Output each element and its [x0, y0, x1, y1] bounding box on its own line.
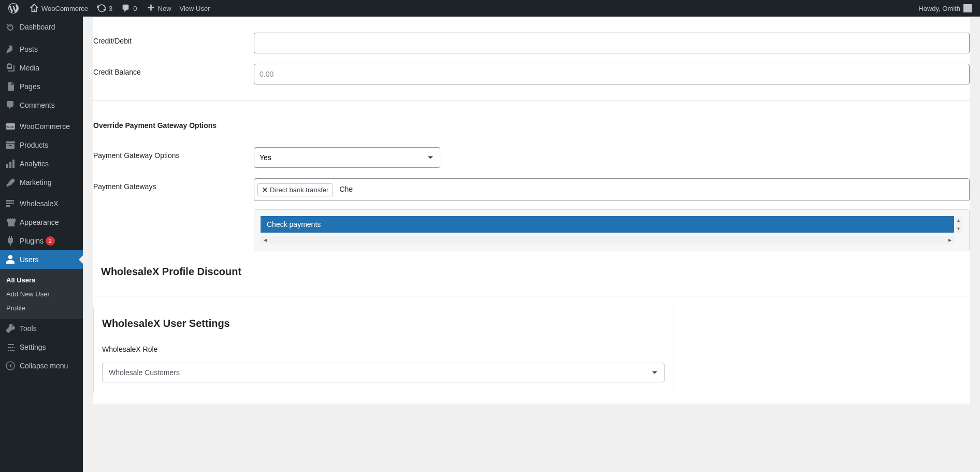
divider: [93, 296, 970, 296]
sidebar-item-media[interactable]: Media: [0, 59, 83, 77]
wrench-icon: [5, 323, 16, 334]
sidebar-item-marketing[interactable]: Marketing: [0, 173, 83, 192]
woocommerce-icon: woo: [5, 121, 16, 132]
wholesalex-icon: [5, 198, 16, 209]
sidebar-item-analytics[interactable]: Analytics: [0, 154, 83, 173]
home-icon: [29, 3, 39, 13]
sidebar-item-wholesalex[interactable]: WholesaleX: [0, 194, 83, 213]
avatar: [963, 4, 972, 12]
horizontal-scrollbar[interactable]: ◀ ▶: [261, 236, 954, 245]
updates[interactable]: 3: [92, 0, 117, 17]
comments-icon: [5, 100, 16, 110]
wholesalex-label: WholesaleX: [20, 199, 59, 208]
divider: [93, 17, 970, 17]
credit-balance-label: Credit Balance: [93, 64, 254, 76]
role-label: WholesaleX Role: [102, 345, 665, 353]
sidebar-item-tools[interactable]: Tools: [0, 319, 83, 338]
chart-icon: [5, 159, 16, 169]
submenu-add-new-user[interactable]: Add New User: [0, 287, 83, 301]
woocommerce-label: WooCommerce: [20, 122, 70, 131]
scroll-right-arrow[interactable]: ▶: [945, 236, 954, 245]
payment-gateways-multiselect[interactable]: ✕ Direct bank transfer Che: [254, 178, 970, 201]
collapse-icon: [5, 361, 16, 371]
view-user[interactable]: View User: [176, 0, 214, 17]
scroll-up-arrow[interactable]: ▲: [954, 216, 963, 225]
page-icon: [5, 81, 16, 92]
pages-label: Pages: [20, 82, 40, 91]
media-label: Media: [20, 64, 39, 72]
sidebar-item-appearance[interactable]: Appearance: [0, 213, 83, 232]
collapse-menu[interactable]: Collapse menu: [0, 356, 83, 375]
admin-bar-left: WooCommerce 3 0 New View User: [4, 0, 214, 17]
archive-icon: [5, 140, 16, 150]
payment-options-row: Payment Gateway Options Yes: [93, 142, 970, 173]
analytics-label: Analytics: [20, 160, 49, 168]
dashboard-label: Dashboard: [20, 23, 55, 31]
site-name[interactable]: WooCommerce: [25, 0, 92, 17]
pin-icon: [5, 44, 16, 54]
comments-label: Comments: [20, 101, 55, 109]
comments[interactable]: 0: [117, 0, 141, 17]
admin-sidebar: Dashboard Posts Media Pages Comments woo…: [0, 17, 83, 424]
sidebar-item-plugins[interactable]: Plugins 2: [0, 232, 83, 250]
dashboard-icon: [5, 22, 16, 32]
plus-icon: [146, 3, 156, 13]
megaphone-icon: [5, 177, 16, 188]
payment-options-select[interactable]: Yes: [254, 147, 440, 168]
settings-card-title: WholesaleX User Settings: [102, 318, 665, 330]
updates-count: 3: [109, 5, 112, 12]
sidebar-item-posts[interactable]: Posts: [0, 40, 83, 59]
credit-balance-input[interactable]: [254, 64, 970, 84]
payment-options-label: Payment Gateway Options: [93, 147, 254, 160]
gateway-search-text: Che: [336, 185, 353, 194]
tag-remove-icon[interactable]: ✕: [262, 186, 268, 194]
settings-label: Settings: [20, 343, 46, 351]
sidebar-item-pages[interactable]: Pages: [0, 77, 83, 96]
media-icon: [5, 63, 16, 73]
submenu-all-users[interactable]: All Users: [0, 273, 83, 287]
role-select[interactable]: Wholesale Customers: [102, 363, 665, 382]
howdy-text: Howdy, Omith: [918, 5, 960, 12]
dropdown-option-check-payments[interactable]: Check payments: [261, 216, 954, 233]
sidebar-item-products[interactable]: Products: [0, 136, 83, 154]
sidebar-item-woocommerce[interactable]: woo WooCommerce: [0, 117, 83, 136]
credit-balance-control: [254, 64, 970, 84]
comment-icon: [121, 3, 131, 13]
scroll-down-arrow[interactable]: ▼: [954, 224, 963, 233]
comments-count: 0: [133, 5, 137, 12]
products-label: Products: [20, 141, 48, 149]
content-wrap: Credit/Debit Credit Balance Override Pay…: [93, 17, 970, 404]
gateway-tag-label: Direct bank transfer: [270, 186, 328, 194]
text-cursor: [353, 186, 353, 194]
update-icon: [96, 3, 107, 13]
sidebar-item-comments[interactable]: Comments: [0, 96, 83, 115]
submenu-profile[interactable]: Profile: [0, 301, 83, 315]
wordpress-icon: [8, 3, 19, 13]
tools-label: Tools: [20, 324, 37, 333]
appearance-label: Appearance: [20, 218, 59, 226]
new-content[interactable]: New: [141, 0, 176, 17]
wholesalex-settings-card: WholesaleX User Settings WholesaleX Role…: [93, 307, 673, 393]
wp-logo[interactable]: [4, 0, 25, 17]
my-account[interactable]: Howdy, Omith: [914, 0, 976, 17]
sidebar-item-dashboard[interactable]: Dashboard: [0, 17, 83, 37]
role-select-wrap: Wholesale Customers: [102, 363, 665, 382]
scroll-left-arrow[interactable]: ◀: [261, 236, 269, 245]
users-submenu: All Users Add New User Profile: [0, 269, 83, 319]
divider: [93, 100, 970, 101]
sidebar-item-settings[interactable]: Settings: [0, 338, 83, 356]
override-heading: Override Payment Gateway Options: [93, 111, 970, 132]
main-content: Credit/Debit Credit Balance Override Pay…: [83, 17, 980, 424]
payment-gateways-label: Payment Gateways: [93, 178, 254, 191]
vertical-scrollbar[interactable]: ▲ ▼: [954, 216, 963, 233]
credit-debit-input[interactable]: [254, 33, 970, 53]
brush-icon: [5, 217, 16, 227]
user-icon: [5, 254, 16, 265]
sliders-icon: [5, 342, 16, 352]
admin-bar-right: Howdy, Omith: [914, 0, 976, 17]
sidebar-item-users[interactable]: Users: [0, 250, 83, 269]
gateway-dropdown: Check payments ◀ ▶ ▲ ▼: [254, 209, 970, 251]
posts-label: Posts: [20, 45, 38, 53]
credit-debit-label: Credit/Debit: [93, 33, 254, 45]
new-label: New: [158, 5, 171, 12]
